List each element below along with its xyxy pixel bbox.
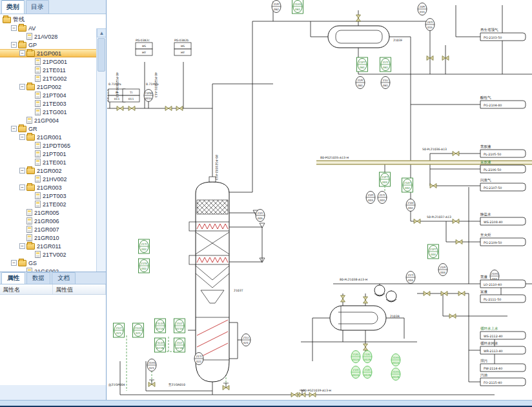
hand-valve[interactable] — [430, 184, 436, 188]
instrument-bubble-21TE002[interactable]: 21TE002 — [139, 259, 150, 273]
tree-item-GP[interactable]: −GP — [0, 41, 96, 49]
tag-box[interactable]: PG-0382bHSHY — [174, 39, 191, 55]
pid-canvas[interactable]: 21PW001B21PW001A21PI06221HS06124PI01524T… — [107, 0, 532, 400]
tree-item-21GR011[interactable]: −21GR011 — [0, 242, 96, 250]
bottom-drum[interactable] — [330, 306, 386, 330]
hand-valve[interactable] — [165, 106, 172, 111]
hand-valve[interactable] — [363, 344, 368, 350]
offpage-connector[interactable]: WR-2113-40循环水回水 — [480, 341, 526, 354]
tree-item-21TE002[interactable]: 21TE002 — [0, 200, 96, 208]
offpage-connector[interactable]: LO-2110-40贫液 — [480, 275, 526, 288]
scroll-thumb[interactable] — [97, 38, 105, 72]
instrument-bubble-21XL002B[interactable]: 21XL002B — [363, 351, 372, 363]
tree-item-21PT004[interactable]: 21PT004 — [0, 91, 96, 99]
instrument-bubble-21LDT021B[interactable]: 21LDT021B — [155, 338, 166, 352]
hand-valve[interactable] — [291, 393, 298, 397]
instrument-bubble-21LI021[interactable]: 21LI021 — [241, 334, 251, 346]
hand-valve[interactable] — [441, 292, 447, 296]
expander-icon[interactable]: − — [11, 42, 17, 48]
tree-item-21GR002[interactable]: −21GR002 — [0, 166, 96, 175]
instrument-bubble-21XI002B[interactable]: 21XI002B — [363, 366, 372, 379]
instrument-bubble-21LT021B[interactable]: 21LT021B — [174, 338, 185, 352]
hand-valve[interactable] — [456, 240, 462, 244]
instrument-bubble-21LT021A[interactable]: 21LT021A — [174, 319, 185, 333]
expander-icon[interactable]: − — [11, 25, 17, 31]
instrument-bubble-21LDT021A[interactable]: 21LDT021A — [155, 319, 166, 333]
instrument-bubble-21XL002A[interactable]: 21XL002A — [351, 351, 360, 363]
instrument-bubble-21LIC021[interactable]: 21LIC021 — [133, 323, 144, 337]
expander-icon[interactable]: − — [19, 134, 25, 140]
offpage-connector[interactable]: PW-2114-40排污 — [480, 359, 526, 372]
offpage-connector[interactable]: PG-2107-50闪蒸气 — [480, 178, 526, 191]
hand-valve[interactable] — [424, 292, 430, 296]
instrument-bubble-21PT003[interactable]: 21PT003 — [380, 172, 391, 186]
tree-item-21PT001[interactable]: 21PT001 — [0, 150, 96, 158]
instrument-bubble-21PI004[interactable]: 21PI004 — [438, 264, 447, 276]
properties-body[interactable] — [0, 295, 106, 385]
tree-item-GS[interactable]: −GS — [0, 259, 96, 267]
instrument-bubble-21TI022[interactable]: 21TI022 — [194, 353, 203, 365]
instrument-bubble-21AT002[interactable]: 21AT002 — [402, 178, 413, 192]
instrument-bubble-24TI015[interactable]: 24TI015 — [425, 19, 435, 31]
instrument-bubble-21HS021[interactable]: 21HS021 — [147, 359, 156, 372]
hand-valve[interactable] — [341, 295, 345, 302]
tab-properties[interactable]: 属性 — [1, 272, 25, 284]
expander-icon[interactable]: − — [19, 184, 25, 190]
tree-item-AV[interactable]: −AV — [0, 24, 96, 32]
offpage-connector[interactable]: PG-2104-80酸性气 — [480, 95, 526, 108]
column-vessel[interactable] — [189, 177, 229, 382]
tab-documents[interactable]: 文档 — [52, 272, 76, 284]
tab-data[interactable]: 数据 — [26, 272, 50, 284]
instrument-bubble-21TI004[interactable]: 21TI004 — [406, 272, 415, 284]
offpage-connector[interactable]: PL-2105-50贫胺液 — [480, 144, 526, 157]
tree-item-21GP001[interactable]: −21GP001 — [0, 49, 106, 57]
hand-valve[interactable] — [363, 297, 368, 303]
tag-box[interactable]: TI011 — [123, 89, 139, 102]
tree-item-GR[interactable]: −GR — [0, 124, 96, 133]
tree-item-21GR003[interactable]: −21GR003 — [0, 183, 96, 192]
tree-item-21PT003[interactable]: 21PT003 — [0, 192, 96, 200]
offpage-connector[interactable]: WS-2112-40循环水上水 — [480, 326, 526, 339]
instrument-bubble-21TI061[interactable]: 21TI061 — [380, 57, 391, 72]
instrument-bubble-21AI002[interactable]: 21AI002 — [406, 199, 415, 212]
instrument-bubble-21HS002B[interactable]: 21HS002B — [391, 368, 400, 381]
instrument-bubble-21HS002A[interactable]: 21HS002A — [391, 354, 400, 366]
tree-item-21GR006[interactable]: 21GR006 — [0, 217, 96, 225]
hand-valve[interactable] — [117, 106, 123, 111]
scroll-up-icon[interactable]: ▲ — [97, 28, 106, 37]
hand-valve[interactable] — [356, 15, 361, 21]
instrument-bubble-21FI005[interactable]: 21FI005 — [256, 210, 265, 222]
hand-valve[interactable] — [453, 152, 459, 156]
instrument-bubble-21PI003[interactable]: 21PI003 — [366, 192, 375, 204]
tree-item-21PDT065[interactable]: 21PDT065 — [0, 141, 96, 150]
hand-valve[interactable] — [453, 219, 459, 224]
offpage-connector[interactable]: WS-2108-40除盐水 — [480, 212, 526, 225]
expander-icon[interactable]: − — [11, 260, 17, 266]
instrument-bubble-21LT021[interactable]: 21LT021 — [114, 323, 125, 337]
hand-valve[interactable] — [449, 314, 456, 319]
tree-item-21GR001[interactable]: −21GR001 — [0, 133, 96, 141]
instrument-bubble-21TI003[interactable]: 21TI003 — [378, 192, 387, 204]
hand-valve[interactable] — [414, 219, 420, 224]
tree-scrollbar[interactable]: ▲ ▼ — [96, 28, 106, 286]
tree-item-21HV002[interactable]: 21HV002 — [0, 175, 96, 183]
hand-valve[interactable] — [176, 106, 183, 111]
tab-catalog[interactable]: 目录 — [26, 0, 49, 14]
expander-icon[interactable]: − — [19, 84, 25, 90]
offpage-connector[interactable]: PG-2103-50再生塔顶气 — [480, 28, 526, 41]
tree-item-管线[interactable]: 管线 — [0, 15, 96, 24]
tree-item-21TE003[interactable]: 21TE003 — [0, 99, 96, 108]
tree-item-21TV002[interactable]: 21TV002 — [0, 250, 96, 259]
instrument-bubble-24PI015[interactable]: 24PI015 — [418, 3, 427, 15]
tree-item-21PG001[interactable]: 21PG001 — [0, 57, 96, 66]
tree-item-21GR005[interactable]: 21GR005 — [0, 208, 96, 217]
instrument-bubble-21PI062[interactable]: 21PI062 — [272, 1, 281, 13]
tree-item-21GR007[interactable]: 21GR007 — [0, 225, 96, 233]
hand-valve[interactable] — [128, 106, 135, 111]
instrument-bubble-21TI002[interactable]: 21TI002 — [139, 239, 150, 253]
control-valve[interactable] — [223, 383, 229, 390]
tree-item-21TE011[interactable]: 21TE011 — [0, 66, 96, 74]
instrument-bubble-21PW001A[interactable]: 21PW001A — [144, 90, 153, 102]
tree-item-21GR010[interactable]: 21GR010 — [0, 233, 96, 242]
instrument-bubble-21HS061[interactable]: 21HS061 — [292, 0, 303, 14]
